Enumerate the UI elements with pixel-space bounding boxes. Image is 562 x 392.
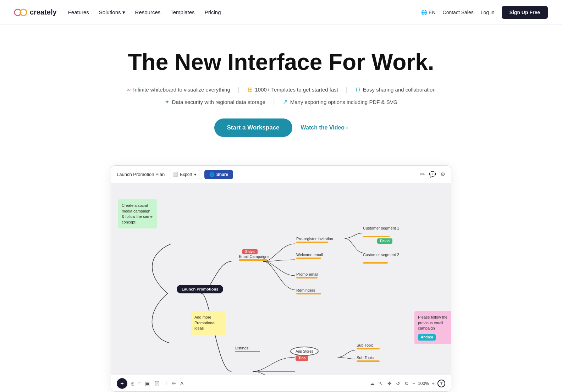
- tag-tina: Tina: [296, 355, 308, 361]
- toolbar-right: ✏ 💬 ⚙: [420, 171, 445, 178]
- node-reminders: Reminders: [296, 288, 315, 292]
- bar-promo-email: [296, 277, 318, 278]
- bottom-tools-left: + ⎘ □ ▣ 📋 T ✏ A: [117, 378, 184, 389]
- start-workspace-button[interactable]: Start a Workspace: [214, 118, 292, 137]
- hero-title: The New Interface For Work.: [14, 50, 548, 74]
- bar-listings: [235, 351, 260, 352]
- cursor-icon[interactable]: ↖: [378, 380, 384, 387]
- doc-title: Launch Promotion Plan: [117, 172, 165, 177]
- nav-features[interactable]: Features: [68, 9, 89, 15]
- feature-whiteboard: ∞ Infinite whiteboard to visualize every…: [123, 85, 233, 95]
- nav-templates[interactable]: Templates: [170, 9, 194, 15]
- zoom-percentage: 100%: [418, 381, 429, 386]
- node-customer-seg1: Customer segment 1: [363, 226, 399, 230]
- bottom-tools-right: ☁ ↖ ✥ ↺ ↻ − 100% + ?: [369, 380, 445, 387]
- bar-customer-seg1: [363, 236, 390, 237]
- sticky-note-green: Create a social media campaign & follow …: [118, 199, 157, 228]
- node-sub-topic-2: Sub Topic: [357, 355, 374, 360]
- node-launch-promotions[interactable]: Launch Promotions: [177, 285, 223, 293]
- tag-shiva: Shiva: [242, 249, 258, 254]
- nav-links: Features Solutions ▾ Resources Templates…: [68, 9, 221, 16]
- nav-pricing[interactable]: Pricing: [205, 9, 221, 15]
- watch-video-link[interactable]: Watch the Video ›: [301, 125, 348, 131]
- bottom-toolbar: + ⎘ □ ▣ 📋 T ✏ A ☁ ↖ ✥ ↺ ↻ − 100% + ?: [111, 375, 451, 391]
- nav-solutions[interactable]: Solutions ▾: [99, 9, 125, 16]
- square-icon[interactable]: □: [137, 380, 142, 387]
- feature-row-1: ∞ Infinite whiteboard to visualize every…: [123, 84, 439, 95]
- undo-icon[interactable]: ↺: [395, 380, 401, 387]
- share-icon: ⟨⟩: [356, 86, 360, 93]
- add-button[interactable]: +: [117, 378, 127, 389]
- bar-email-campaigns: [239, 259, 267, 261]
- mind-map-svg: [111, 183, 451, 375]
- highlight-icon[interactable]: A: [180, 380, 184, 387]
- feature-row-2: ✦ Data security with regional data stora…: [162, 97, 401, 107]
- globe-small-icon: 🌐: [209, 172, 215, 177]
- globe-icon: 🌐: [421, 10, 427, 15]
- feature-templates: ⊞ 1000+ Templates to get started fast: [245, 84, 341, 95]
- help-button[interactable]: ?: [437, 380, 445, 387]
- node-customer-seg2: Customer segment 2: [363, 253, 399, 257]
- nav-right: 🌐 EN Contact Sales Log In Sign Up Free: [421, 6, 548, 19]
- feature-security: ✦ Data security with regional data stora…: [162, 97, 268, 107]
- sep-2: |: [345, 86, 349, 93]
- cloud-icon[interactable]: ☁: [369, 380, 375, 387]
- sticky-icon[interactable]: 📋: [153, 380, 161, 387]
- canvas-body: Create a social media campaign & follow …: [111, 183, 451, 375]
- login-link[interactable]: Log In: [481, 10, 495, 15]
- settings-icon[interactable]: ⚙: [440, 171, 445, 178]
- sep-3: |: [272, 98, 276, 106]
- node-listings: Listings: [235, 346, 248, 350]
- bar-welcome-email: [296, 258, 321, 259]
- node-welcome-email: Welcome email: [296, 253, 323, 257]
- pen-icon[interactable]: ✏: [171, 380, 177, 387]
- feature-sharing: ⟨⟩ Easy sharing and collaboration: [353, 84, 439, 95]
- export-button[interactable]: ⬜ Export ▾: [169, 170, 200, 179]
- sticky-note-pink: Please follow the previous email campaig…: [414, 311, 451, 344]
- canvas-wrapper: Launch Promotion Plan ⬜ Export ▾ 🌐 Share…: [104, 165, 458, 392]
- tag-andrea: Andrea: [418, 334, 436, 341]
- language-selector[interactable]: 🌐 EN: [421, 10, 435, 15]
- logo[interactable]: creately: [14, 8, 57, 16]
- edit-icon[interactable]: ✏: [420, 171, 425, 178]
- contact-sales-link[interactable]: Contact Sales: [443, 10, 474, 15]
- zoom-out-button[interactable]: −: [412, 381, 415, 386]
- hero-section: The New Interface For Work. ∞ Infinite w…: [0, 25, 562, 165]
- feature-export: ↗ Many exporting options including PDF &…: [280, 97, 401, 107]
- grid-icon: ⊞: [248, 86, 253, 93]
- sep-1: |: [237, 86, 241, 93]
- move-icon[interactable]: ✥: [387, 380, 392, 387]
- canvas-toolbar: Launch Promotion Plan ⬜ Export ▾ 🌐 Share…: [111, 166, 451, 183]
- hero-features: ∞ Infinite whiteboard to visualize every…: [14, 84, 548, 107]
- frame-icon[interactable]: ▣: [144, 380, 150, 387]
- shield-icon: ✦: [165, 98, 170, 106]
- signup-button[interactable]: Sign Up Free: [502, 6, 548, 19]
- copy-icon[interactable]: ⎘: [130, 380, 134, 387]
- bar-reminders: [296, 293, 321, 294]
- export-icon: ↗: [283, 98, 288, 106]
- infinity-icon: ∞: [126, 86, 131, 93]
- nav-left: creately Features Solutions ▾ Resources …: [14, 8, 221, 16]
- bar-customer-seg2: [363, 262, 388, 264]
- zoom-in-button[interactable]: +: [432, 381, 435, 386]
- bar-sub-topic-1: [357, 348, 380, 349]
- redo-icon[interactable]: ↻: [404, 380, 409, 387]
- bar-pre-register: [296, 242, 328, 243]
- share-button[interactable]: 🌐 Share: [204, 170, 233, 179]
- nav-resources[interactable]: Resources: [135, 9, 161, 15]
- export-icon: ⬜: [173, 172, 178, 177]
- canvas-frame: Launch Promotion Plan ⬜ Export ▾ 🌐 Share…: [111, 165, 451, 392]
- navbar: creately Features Solutions ▾ Resources …: [0, 0, 562, 25]
- node-email-campaigns: Email Campaigns: [239, 254, 269, 259]
- sticky-note-yellow: Add more Promotional ideas: [191, 311, 226, 335]
- text-icon[interactable]: T: [164, 380, 168, 387]
- node-promo-email: Promo email: [296, 272, 318, 276]
- comment-icon[interactable]: 💬: [429, 171, 436, 178]
- toolbar-left: Launch Promotion Plan ⬜ Export ▾ 🌐 Share: [117, 170, 233, 179]
- node-sub-topic-1: Sub Topic: [357, 343, 374, 347]
- tag-david: David: [377, 238, 392, 244]
- bar-sub-topic-2: [357, 360, 380, 362]
- node-pre-register: Pre-register invitation: [296, 237, 333, 241]
- node-app-stores: App Stores: [290, 347, 319, 356]
- cta-row: Start a Workspace Watch the Video ›: [14, 118, 548, 137]
